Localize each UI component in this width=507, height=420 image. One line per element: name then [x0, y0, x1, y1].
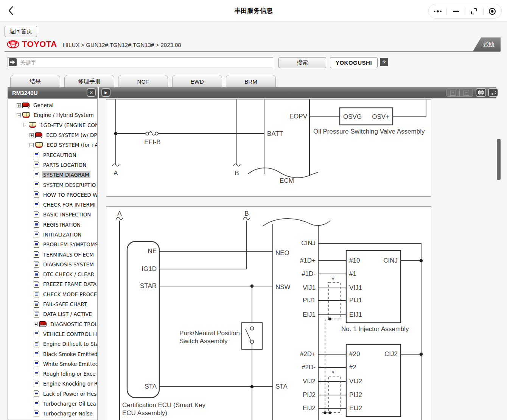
tree-item-label[interactable]: BASIC INSPECTION [42, 211, 92, 218]
tree-item-label[interactable]: Engine / Hybrid System [33, 112, 95, 118]
tree-item[interactable]: Lack of Power or Hes [8, 389, 97, 399]
float-window-button[interactable] [465, 4, 483, 18]
tree-item-label[interactable]: INITIALIZATION [42, 231, 82, 238]
tree-item-label[interactable]: SYSTEM DESCRIPTIO [42, 182, 97, 188]
zoom-out-button[interactable]: − [460, 89, 473, 97]
expand-plus-icon[interactable]: + [30, 133, 34, 137]
tree-item[interactable]: SYSTEM DIAGRAM [8, 170, 97, 180]
ecm-pin-nsw: NSW [275, 283, 291, 291]
search-button[interactable]: 搜索 [278, 57, 326, 68]
tree-item[interactable]: Turbocharger Oil Lea [8, 399, 97, 409]
tree-item-label[interactable]: Turbocharger Oil Lea [42, 400, 97, 407]
tree-item-label[interactable]: 1GD-FTV (ENGINE CON [39, 122, 98, 129]
tree-item[interactable]: VEHICLE CONTROL H [8, 329, 97, 339]
tree-item-label[interactable]: ECD SYSTEM (for i-A [45, 142, 98, 148]
return-button[interactable] [488, 88, 498, 97]
search-input[interactable] [8, 57, 273, 67]
tab-ewd[interactable]: EWD [172, 75, 222, 87]
tree-item-label[interactable]: PRECAUTION [42, 152, 78, 159]
tab-results[interactable]: 结果 [10, 75, 60, 87]
tree-item-label[interactable]: Turbocharger Noise [42, 410, 94, 417]
tree-item[interactable]: + General [8, 100, 97, 110]
tree-item-label[interactable]: SYSTEM DIAGRAM [42, 171, 90, 178]
tab-brm[interactable]: BRM [226, 75, 276, 87]
tree-item-label[interactable]: Black Smoke Emitted [42, 351, 98, 358]
tree-item[interactable]: Rough Idling or Exce [8, 369, 97, 379]
tree-item[interactable]: Engine Knocking or R [8, 379, 97, 389]
tree-item[interactable]: REGISTRATION [8, 220, 97, 230]
help-button[interactable]: 帮助 [471, 37, 501, 51]
tree-item-label[interactable]: White Smoke Emitted [42, 361, 98, 367]
tree-item[interactable]: Black Smoke Emitted [8, 349, 97, 359]
expand-plus-icon[interactable]: + [17, 103, 21, 107]
expand-panel-button[interactable]: ▶ [101, 88, 110, 97]
yokogushi-button[interactable]: YOKOGUSHI [330, 57, 378, 68]
tree-item-label[interactable]: Lack of Power or Hes [42, 390, 98, 397]
ecm-label: ECM [280, 177, 294, 184]
tree-item[interactable]: PRECAUTION [8, 150, 97, 160]
tree-item[interactable]: DATA LIST / ACTIVE [8, 309, 97, 319]
tree-item[interactable]: FAIL-SAFE CHART [8, 299, 97, 309]
close-tree-button[interactable]: ✕ [87, 88, 96, 97]
tree-item[interactable]: DTC CHECK / CLEAR [8, 269, 97, 279]
tree-item[interactable]: HOW TO PROCEED W [8, 190, 97, 200]
inj2-pin-eij2: EIJ2 [349, 404, 362, 412]
tree-item[interactable]: PROBLEM SYMPTOMS [8, 240, 97, 249]
tree-item[interactable]: INITIALIZATION [8, 230, 97, 240]
tree-item-label[interactable]: REGISTRATION [42, 221, 82, 228]
tree-item[interactable]: FREEZE FRAME DATA [8, 279, 97, 289]
tree-item-label[interactable]: CHECK MODE PROCE [42, 291, 98, 298]
tree-item[interactable]: BASIC INSPECTION [8, 210, 97, 219]
tree-item-label[interactable]: TERMINALS OF ECM [42, 251, 95, 258]
tree-item-label[interactable]: PARTS LOCATION [42, 162, 87, 168]
tree-item[interactable]: + DIAGNOSTIC TROU [8, 319, 97, 329]
vertical-scrollbar[interactable] [497, 139, 501, 180]
tree-item-label[interactable]: DTC CHECK / CLEAR [42, 271, 95, 278]
tree-item-label[interactable]: CHECK FOR INTERMI [42, 201, 97, 208]
exit-button[interactable] [484, 4, 501, 18]
tree-item-label[interactable]: HOW TO PROCEED W [42, 191, 98, 198]
tree-item-label[interactable]: Engine Knocking or R [42, 380, 98, 387]
tree-item-label[interactable]: FREEZE FRAME DATA [42, 281, 98, 288]
tab-repair-manual[interactable]: 修理手册 [64, 75, 114, 87]
tree-item-label[interactable]: DATA LIST / ACTIVE [42, 311, 93, 317]
back-home-button[interactable]: 返回首页 [5, 26, 37, 37]
print-button[interactable] [476, 88, 486, 97]
tree-item[interactable]: White Smoke Emitted [8, 359, 97, 369]
tree-item-label[interactable]: PROBLEM SYMPTOMS [42, 241, 98, 248]
toyota-logo: TOYOTA [7, 38, 57, 50]
minimize-button[interactable] [447, 4, 465, 18]
tree-item-label[interactable]: ECD SYSTEM (w/ DPI [45, 132, 98, 138]
tab-ncf[interactable]: NCF [118, 75, 168, 87]
tree-item[interactable]: + ECD SYSTEM (w/ DPI [8, 130, 97, 140]
tree-item-label[interactable]: General [32, 102, 54, 109]
collapse-minus-icon[interactable]: − [17, 113, 21, 117]
tree-item[interactable]: SYSTEM DESCRIPTIO [8, 180, 97, 190]
tree-item[interactable]: TERMINALS OF ECM [8, 249, 97, 259]
expand-plus-icon[interactable]: + [34, 322, 38, 326]
tree-item-label[interactable]: Engine Difficult to Sta [42, 341, 98, 347]
ecm-pin-2d-plus: #2D+ [300, 350, 316, 358]
tree-item-label[interactable]: Rough Idling or Exce [42, 370, 97, 377]
collapse-minus-icon[interactable]: − [30, 143, 34, 147]
tree-item[interactable]: Engine Difficult to Sta [8, 339, 97, 349]
tree-item[interactable]: DIAGNOSIS SYSTEM [8, 260, 97, 269]
tree-item[interactable]: Turbocharger Noise [8, 409, 97, 418]
tree-item[interactable]: CHECK MODE PROCE [8, 289, 97, 299]
more-button[interactable] [429, 4, 446, 18]
tree-item-label[interactable]: VEHICLE CONTROL H [42, 331, 98, 338]
tree-item[interactable]: − ECD SYSTEM (for i-A [8, 140, 97, 150]
tree-item[interactable]: − 1GD-FTV (ENGINE CON [8, 120, 97, 130]
tree-item[interactable]: CHECK FOR INTERMI [8, 200, 97, 210]
zoom-in-button[interactable]: + [446, 89, 460, 97]
tree-item-label[interactable]: DIAGNOSIS SYSTEM [42, 261, 95, 268]
tree-item-label[interactable]: DIAGNOSTIC TROU [49, 321, 98, 328]
tree-item-label[interactable]: FAIL-SAFE CHART [42, 301, 88, 308]
collapse-minus-icon[interactable]: − [23, 123, 27, 127]
search-help-icon[interactable]: ? [380, 58, 388, 66]
inj2-pin-cij2: CIJ2 [384, 350, 398, 358]
tree-item[interactable]: − Engine / Hybrid System [8, 110, 97, 120]
doc-icon [34, 361, 39, 367]
tree-item[interactable]: PARTS LOCATION [8, 160, 97, 170]
back-button[interactable] [5, 5, 17, 16]
